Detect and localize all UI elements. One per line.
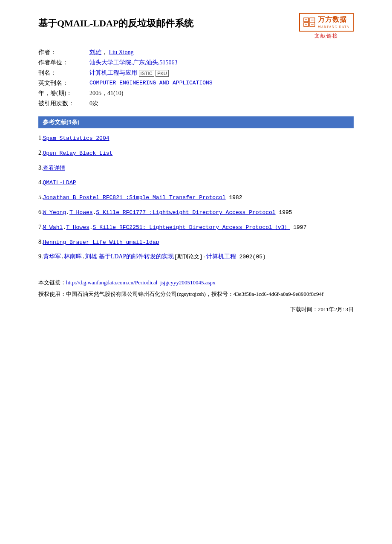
ref-link[interactable]: W Yeong xyxy=(43,209,66,216)
ref-link[interactable]: S Kille xyxy=(96,209,119,216)
ref-cn-link[interactable]: 林南晖 xyxy=(64,253,82,260)
footer-download: 下载时间：2011年2月13日 xyxy=(38,306,354,313)
ref-link[interactable]: QMAIL-LDAP xyxy=(43,179,76,186)
ref-plain: . xyxy=(82,254,85,260)
list-item: 9.黄华军.林南晖.刘雄 基于LDAP的邮件转发的实现[期刊论文]-计算机工程 … xyxy=(38,252,354,262)
footer-section: 本文链接：http://d.g.wanfangdata.com.cn/Perio… xyxy=(38,279,354,313)
footer-link-row: 本文链接：http://d.g.wanfangdata.com.cn/Perio… xyxy=(38,279,354,286)
badge-pku: PKU xyxy=(156,70,169,77)
list-item: 1.Spam Statistics 2004 xyxy=(38,133,354,143)
list-item: 8.Henning Brauer Life With qmail-ldap xyxy=(38,237,354,247)
journal-row: 刊名： 计算机工程与应用 ISTIC PKU xyxy=(38,68,354,78)
ref-link[interactable]: RFC821 :Simple Mail Transfer Protocol xyxy=(99,194,225,201)
ref-num: 2. xyxy=(38,150,43,156)
page-header: 基于QMAIL-LDAP的反垃圾邮件系统 万方数据 WANFANG DATA xyxy=(38,13,354,40)
references-list: 1.Spam Statistics 20042.Open Relay Black… xyxy=(38,133,354,262)
year-row: 年，卷(期)： 2005，41(10) xyxy=(38,88,354,98)
references-heading: 参考文献(9条) xyxy=(38,116,354,128)
list-item: 5.Jonathan B Postel RFC821 :Simple Mail … xyxy=(38,193,354,203)
list-item: 2.Open Relay Black List xyxy=(38,148,354,158)
logo-cn-text: 万方数据 WANFANG DATA xyxy=(318,15,349,29)
ref-link[interactable]: 查看详情 xyxy=(43,165,65,171)
ref-plain: . xyxy=(89,224,93,231)
footer-auth: 授权使用：中国石油天然气股份有限公司锦州石化分公司(zgsytrqjzsh)，授… xyxy=(38,290,354,299)
ref-link[interactable]: S Kille xyxy=(93,224,116,231)
list-item: 3.查看详情 xyxy=(38,163,354,173)
journal-label: 刊名： xyxy=(38,68,89,78)
list-item: 4.QMAIL-LDAP xyxy=(38,178,354,188)
ref-cn-link[interactable]: 黄华军 xyxy=(43,253,61,260)
journal-en-link[interactable]: COMPUTER ENGINEERING AND APPLICATIONS xyxy=(89,80,213,86)
ref-num: 7. xyxy=(38,224,43,230)
author-row: 作者： 刘雄， Liu Xiong xyxy=(38,47,354,58)
affiliation-link[interactable]: 汕头大学工学院,广东,汕头,515063 xyxy=(89,59,178,66)
badge-istic: ISTIC xyxy=(139,70,154,77)
affiliation-row: 作者单位： 汕头大学工学院,广东,汕头,515063 xyxy=(38,58,354,68)
ref-link[interactable]: RFC2251: Lightweight Directory Access Pr… xyxy=(116,224,290,231)
logo-subtitle: 文献链接 xyxy=(314,32,338,40)
ref-link[interactable]: Jonathan B Postel xyxy=(43,194,100,201)
ref-num: 6. xyxy=(38,209,43,215)
ref-link[interactable]: Open Relay Black List xyxy=(43,150,113,156)
ref-num: 9. xyxy=(38,253,43,260)
journal-en-label: 英文刊名： xyxy=(38,78,89,88)
affiliation-value: 汕头大学工学院,广东,汕头,515063 xyxy=(89,58,354,68)
journal-value: 计算机工程与应用 ISTIC PKU xyxy=(89,68,354,78)
ref-link[interactable]: T Howes xyxy=(66,224,89,231)
cite-label: 被引用次数： xyxy=(38,98,89,109)
ref-link[interactable]: T Howes xyxy=(69,209,93,216)
author-label: 作者： xyxy=(38,47,89,58)
cite-value: 0次 xyxy=(89,98,354,109)
ref-plain: 1995 xyxy=(276,209,292,216)
ref-plain: 1982 xyxy=(226,194,242,201)
footer-link-label: 本文链接： xyxy=(38,279,66,286)
ref-num: 1. xyxy=(38,135,43,141)
wanfang-icon xyxy=(303,17,315,27)
journal-cn-link[interactable]: 计算机工程与应用 xyxy=(89,69,137,76)
logo-box[interactable]: 万方数据 WANFANG DATA xyxy=(299,13,354,32)
ref-plain: . xyxy=(63,224,66,231)
journal-en-row: 英文刊名： COMPUTER ENGINEERING AND APPLICATI… xyxy=(38,78,354,88)
ref-num: 5. xyxy=(38,194,43,200)
ref-link[interactable]: Henning Brauer xyxy=(43,239,89,246)
ref-plain: [期刊论文]- xyxy=(174,254,206,260)
logo-area: 万方数据 WANFANG DATA 文献链接 xyxy=(299,13,354,40)
ref-cn-link[interactable]: 基于LDAP的邮件转发的实现 xyxy=(97,253,174,260)
list-item: 7.M Wahl.T Howes.S Kille RFC2251: Lightw… xyxy=(38,223,354,232)
author-link-2[interactable]: Liu Xiong xyxy=(109,49,134,55)
list-item: 6.W Yeong.T Howes.S Kille RFC1777 :Light… xyxy=(38,208,354,217)
main-title: 基于QMAIL-LDAP的反垃圾邮件系统 xyxy=(38,17,193,30)
ref-cn-link[interactable]: 计算机工程 xyxy=(206,253,236,260)
metadata-table: 作者： 刘雄， Liu Xiong 作者单位： 汕头大学工学院,广东,汕头,51… xyxy=(38,47,354,109)
ref-num: 8. xyxy=(38,239,43,245)
journal-en-value: COMPUTER ENGINEERING AND APPLICATIONS xyxy=(89,78,354,88)
ref-link[interactable]: Life With qmail-ldap xyxy=(89,239,159,246)
ref-plain: 2002(05) xyxy=(236,254,266,260)
ref-num: 4. xyxy=(38,179,43,185)
ref-plain: 1997 xyxy=(290,224,306,231)
ref-cn-link[interactable]: 刘雄 xyxy=(85,253,97,260)
author-link-1[interactable]: 刘雄 xyxy=(89,49,101,55)
affiliation-label: 作者单位： xyxy=(38,58,89,68)
author-values: 刘雄， Liu Xiong xyxy=(89,47,354,58)
year-label: 年，卷(期)： xyxy=(38,88,89,98)
ref-link[interactable]: RFC1777 :Lightweight Directory Access Pr… xyxy=(119,209,276,216)
year-value: 2005，41(10) xyxy=(89,88,354,98)
cite-row: 被引用次数： 0次 xyxy=(38,98,354,109)
ref-link[interactable]: M Wahl xyxy=(43,224,63,231)
ref-num: 3. xyxy=(38,165,43,171)
ref-plain: . xyxy=(66,209,69,216)
footer-url[interactable]: http://d.g.wanfangdata.com.cn/Periodical… xyxy=(66,279,216,286)
ref-link[interactable]: Spam Statistics 2004 xyxy=(43,135,110,142)
